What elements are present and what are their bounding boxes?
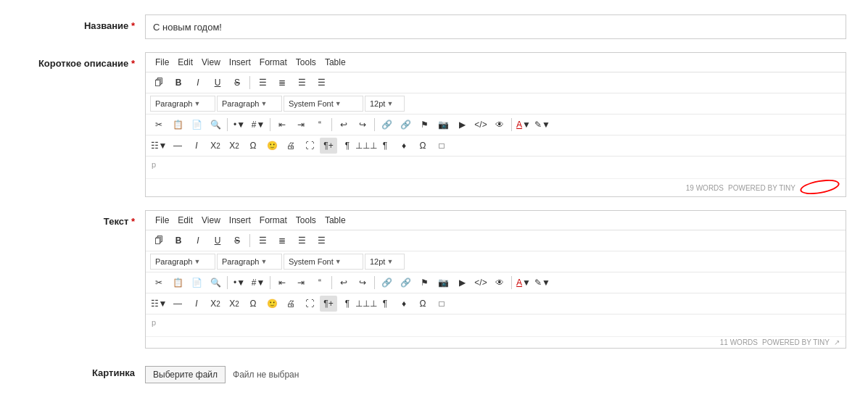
editor1-showblocks-btn[interactable]: ¶ (376, 138, 394, 154)
editor2-blockquote-btn[interactable]: “ (311, 275, 328, 291)
editor1-unlink-btn[interactable]: 🔗 (397, 117, 414, 133)
editor1-highlight-btn[interactable]: ✎▼ (534, 117, 551, 133)
editor1-table-btn[interactable]: ☷▼ (150, 138, 168, 154)
editor2-bullets-btn[interactable]: •▼ (231, 275, 248, 291)
editor1-format-dropdown[interactable]: Paragraph ▼ (217, 96, 282, 112)
editor1-underline-btn[interactable]: U (209, 75, 226, 91)
editor2-indent-btn[interactable]: ⇥ (292, 275, 310, 291)
editor1-menu-edit[interactable]: Edit (174, 56, 197, 69)
editor1-fontcolor-btn[interactable]: A▼ (515, 117, 532, 133)
editor1-indent-btn[interactable]: ⇥ (292, 117, 310, 133)
editor2-fontcolor-btn[interactable]: A▼ (515, 275, 532, 291)
editor1-italic2-btn[interactable]: I (188, 138, 205, 154)
editor2-format-dropdown[interactable]: Paragraph ▼ (217, 254, 282, 270)
editor2-bookmark-btn[interactable]: ⚑ (416, 275, 433, 291)
editor1-bold-btn[interactable]: B (170, 75, 187, 91)
editor2-undo-btn[interactable]: ↩ (335, 275, 352, 291)
editor1-menu-view[interactable]: View (198, 56, 224, 69)
name-input[interactable] (145, 14, 846, 39)
editor2-menu-edit[interactable]: Edit (174, 214, 197, 227)
editor1-size-dropdown[interactable]: 12pt ▼ (365, 96, 405, 112)
editor2-omega-btn[interactable]: Ω (414, 296, 431, 312)
editor2-menu-insert[interactable]: Insert (226, 214, 255, 227)
editor1-omega-btn[interactable]: Ω (414, 138, 431, 154)
editor1-new-doc-btn[interactable]: 🗍 (150, 75, 168, 91)
editor1-nonbreak-btn[interactable]: ¶+ (320, 138, 337, 154)
editor2-link-btn[interactable]: 🔗 (378, 275, 395, 291)
editor1-menu-file[interactable]: File (152, 56, 173, 69)
editor2-showblocks-btn[interactable]: ¶ (376, 296, 394, 312)
editor2-highlight-btn[interactable]: ✎▼ (534, 275, 551, 291)
editor1-blockquote-btn[interactable]: “ (311, 117, 328, 133)
editor1-link-btn[interactable]: 🔗 (378, 117, 395, 133)
editor2-menu-tools[interactable]: Tools (292, 214, 320, 227)
editor2-align-left-btn[interactable]: ☰ (254, 233, 271, 249)
editor2-menu-view[interactable]: View (198, 214, 224, 227)
editor1-style-dropdown[interactable]: Paragraph ▼ (150, 96, 215, 112)
editor1-strikethrough-btn[interactable]: S (228, 75, 246, 91)
editor1-media-btn[interactable]: ▶ (453, 117, 471, 133)
editor1-wordcount-btn[interactable]: ⊥⊥⊥ (357, 138, 375, 154)
editor1-justify-btn[interactable]: ☰ (313, 75, 330, 91)
editor2-preview-btn[interactable]: 👁 (491, 275, 508, 291)
editor2-print-btn[interactable]: 🖨 (282, 296, 299, 312)
editor2-menu-file[interactable]: File (152, 214, 173, 227)
editor1-search-btn[interactable]: 🔍 (207, 117, 224, 133)
editor1-paste-btn[interactable]: 📄 (188, 117, 205, 133)
editor2-cut-btn[interactable]: ✂ (150, 275, 168, 291)
editor2-paste-btn[interactable]: 📄 (188, 275, 205, 291)
editor2-menu-format[interactable]: Format (256, 214, 291, 227)
editor2-copy-btn[interactable]: 📋 (169, 275, 186, 291)
editor1-specialchar-btn[interactable]: Ω (244, 138, 262, 154)
editor2-subscript-btn[interactable]: X2 (207, 296, 224, 312)
editor2-emoji-btn[interactable]: 🙂 (263, 296, 281, 312)
editor1-fullscreen-btn[interactable]: ⛶ (301, 138, 318, 154)
editor2-table-btn[interactable]: ☷▼ (150, 296, 168, 312)
editor2-strikethrough-btn[interactable]: S (228, 233, 246, 249)
editor1-font-dropdown[interactable]: System Font ▼ (284, 96, 363, 112)
editor2-underline-btn[interactable]: U (209, 233, 226, 249)
editor2-search-btn[interactable]: 🔍 (207, 275, 224, 291)
editor2-media-btn[interactable]: ▶ (453, 275, 471, 291)
editor1-preview-btn[interactable]: 👁 (491, 117, 508, 133)
editor2-nonbreak2-btn[interactable]: ♦ (395, 296, 413, 312)
editor2-fullscreen-btn[interactable]: ⛶ (301, 296, 318, 312)
editor2-numbered-btn[interactable]: #▼ (249, 275, 267, 291)
editor1-code-btn[interactable]: </> (472, 117, 489, 133)
editor1-menu-insert[interactable]: Insert (226, 56, 255, 69)
editor2-unlink-btn[interactable]: 🔗 (397, 275, 414, 291)
editor1-italic-btn[interactable]: I (189, 75, 207, 91)
editor1-border-btn[interactable]: □ (433, 138, 450, 154)
editor2-bold-btn[interactable]: B (170, 233, 187, 249)
editor2-menu-table[interactable]: Table (321, 214, 350, 227)
editor1-menu-table[interactable]: Table (321, 56, 350, 69)
editor1-menu-tools[interactable]: Tools (292, 56, 320, 69)
editor2-border-btn[interactable]: □ (433, 296, 450, 312)
editor1-print-btn[interactable]: 🖨 (282, 138, 299, 154)
editor2-italic2-btn[interactable]: I (188, 296, 205, 312)
editor2-new-doc-btn[interactable]: 🗍 (150, 233, 168, 249)
editor1-emoji-btn[interactable]: 🙂 (263, 138, 281, 154)
editor1-nonbreak2-btn[interactable]: ♦ (395, 138, 413, 154)
editor2-style-dropdown[interactable]: Paragraph ▼ (150, 254, 215, 270)
editor2-hr-btn[interactable]: — (169, 296, 186, 312)
editor2-resize-handle[interactable]: ↗ (834, 338, 840, 346)
editor1-align-left-btn[interactable]: ☰ (254, 75, 271, 91)
editor2-align-right-btn[interactable]: ☰ (293, 233, 310, 249)
editor2-outdent-btn[interactable]: ⇤ (273, 275, 291, 291)
editor2-italic-btn[interactable]: I (189, 233, 207, 249)
editor2-superscript-btn[interactable]: X2 (226, 296, 243, 312)
editor2-redo-btn[interactable]: ↪ (354, 275, 371, 291)
editor2-para-btn[interactable]: ¶ (339, 296, 356, 312)
editor1-bookmark-btn[interactable]: ⚑ (416, 117, 433, 133)
editor1-align-center-btn[interactable]: ≣ (273, 75, 291, 91)
editor1-undo-btn[interactable]: ↩ (335, 117, 352, 133)
editor2-content[interactable]: p (146, 314, 846, 336)
editor2-wordcount-btn[interactable]: ⊥⊥⊥ (357, 296, 375, 312)
editor1-bullets-btn[interactable]: •▼ (231, 117, 248, 133)
editor1-outdent-btn[interactable]: ⇤ (273, 117, 291, 133)
editor1-copy-btn[interactable]: 📋 (169, 117, 186, 133)
editor1-content[interactable]: p (146, 157, 846, 178)
editor1-superscript-btn[interactable]: X2 (226, 138, 243, 154)
editor1-subscript-btn[interactable]: X2 (207, 138, 224, 154)
